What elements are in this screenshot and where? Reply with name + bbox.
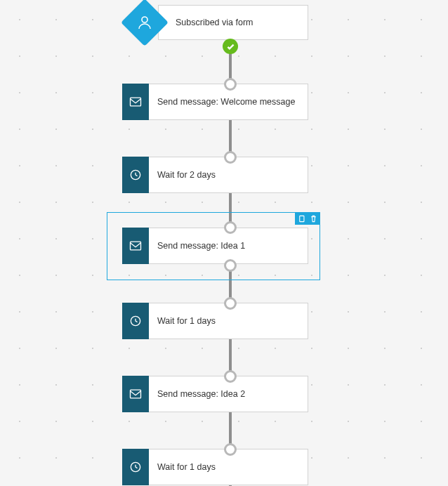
copy-icon[interactable] — [298, 215, 305, 223]
svg-point-0 — [142, 17, 147, 22]
connector-dot[interactable] — [224, 370, 237, 383]
connector-dot[interactable] — [224, 443, 237, 456]
step-label: Send message: Idea 1 — [157, 241, 245, 251]
step-label: Send message: Welcome message — [157, 97, 295, 107]
step-icon-box — [122, 376, 149, 412]
step-label: Wait for 2 days — [157, 170, 216, 180]
status-check — [223, 39, 238, 54]
mail-icon — [129, 239, 143, 253]
step-card[interactable]: Send message: Welcome message — [122, 84, 308, 120]
selection-toolbar — [295, 212, 320, 225]
workflow-canvas[interactable]: Subscribed via form Send message: Welcom… — [0, 0, 448, 486]
svg-rect-4 — [131, 242, 141, 250]
step-card[interactable]: Wait for 1 days — [122, 449, 308, 485]
trigger-card[interactable]: Subscribed via form — [158, 5, 308, 40]
clock-icon — [129, 168, 143, 182]
connector-dot[interactable] — [224, 259, 237, 272]
clock-icon — [129, 460, 143, 474]
step-label: Wait for 1 days — [157, 316, 216, 326]
step-card[interactable]: Send message: Idea 2 — [122, 376, 308, 412]
step-icon-box — [122, 449, 149, 485]
svg-rect-1 — [131, 98, 141, 106]
svg-rect-3 — [300, 216, 304, 221]
step-label: Send message: Idea 2 — [157, 389, 245, 399]
connector-dot[interactable] — [224, 221, 237, 234]
step-icon-box — [122, 228, 149, 264]
step-icon-box — [122, 84, 149, 120]
user-icon — [136, 14, 153, 31]
step-icon-box — [122, 303, 149, 339]
step-card[interactable]: Wait for 2 days — [122, 157, 308, 193]
svg-rect-6 — [131, 390, 141, 398]
clock-icon — [129, 314, 143, 328]
trash-icon[interactable] — [310, 215, 317, 223]
step-card[interactable]: Send message: Idea 1 — [122, 228, 308, 264]
mail-icon — [129, 387, 143, 401]
connector-dot[interactable] — [224, 297, 237, 310]
step-label: Wait for 1 days — [157, 462, 216, 472]
trigger-label: Subscribed via form — [176, 18, 253, 27]
connector-dot[interactable] — [224, 151, 237, 164]
connector-dot[interactable] — [224, 78, 237, 91]
step-icon-box — [122, 157, 149, 193]
step-card[interactable]: Wait for 1 days — [122, 303, 308, 339]
mail-icon — [129, 95, 143, 109]
